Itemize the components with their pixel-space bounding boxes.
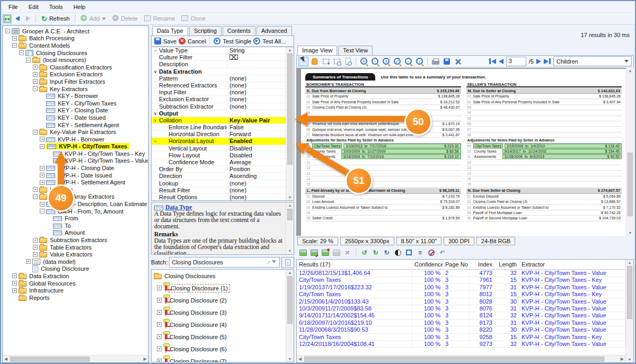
rotate-cw-icon[interactable]: ↻ [371, 248, 380, 257]
property-row-pattern[interactable]: Pattern(none) [152, 75, 286, 82]
tree-node-exclusion-extractors[interactable]: +Exclusion Extractors [3, 71, 148, 78]
property-row-result-options[interactable]: Result Options(none) [152, 194, 286, 201]
pan-icon[interactable] [310, 57, 320, 66]
property-value[interactable] [227, 54, 286, 60]
property-row-referenced-extractors[interactable]: Referenced Extractors(none) [152, 82, 286, 89]
tree-node-key-value-pair-extractors[interactable]: −Key-Value Pair Extractors [3, 128, 148, 136]
tree-node-key-borrower[interactable]: KEY - Borrower [3, 92, 148, 100]
expander-icon[interactable]: + [33, 72, 38, 77]
fit-page-icon[interactable]: ⤢ [392, 57, 402, 66]
results-grid-vscrollbar[interactable]: ▲ ▼ [625, 260, 633, 362]
property-row-horizontal-direction[interactable]: Horizontal DirectionForward [152, 131, 286, 138]
expander-icon[interactable]: + [26, 259, 31, 264]
batch-item-closing-disclosure-5[interactable]: +Closing Disclosure (5) [152, 331, 294, 343]
tree-node-kvp-h-closing-date[interactable]: +KVP-H - Closing Date [3, 164, 148, 172]
property-value[interactable]: (none) [227, 187, 286, 193]
batch-item-closing-disclosure-4[interactable]: +Closing Disclosure (4) [152, 318, 294, 331]
batch-open-button[interactable] [281, 257, 294, 268]
expander-icon[interactable]: − [12, 43, 17, 48]
fit-width-icon[interactable]: ↔ [403, 57, 413, 66]
expander-icon[interactable]: − [5, 29, 10, 33]
next-page-button[interactable] [536, 59, 541, 64]
delete-button[interactable]: Delete [110, 14, 140, 23]
property-row-direction[interactable]: DirectionAscending [152, 173, 286, 180]
property-row-vertical-layout[interactable]: Vertical LayoutDisabled [152, 145, 286, 152]
tree-node-table-extractors[interactable]: +Table Extractors [3, 244, 148, 251]
results-row[interactable]: 12/24/20118/16/2004$108.41100 %3927332KV… [297, 341, 625, 348]
property-value[interactable]: Ascending [227, 173, 286, 179]
menu-item-file[interactable]: File [3, 2, 23, 12]
zoom-zone-icon[interactable] [332, 57, 342, 66]
help-title-link[interactable]: Data Type [165, 204, 192, 210]
expander-icon[interactable]: − [33, 86, 38, 91]
rename-button[interactable]: Rename [142, 15, 178, 23]
tree-node-oa-h-from-to-amount[interactable]: −OA-H - From, To, Amount [3, 208, 148, 215]
test-all-button[interactable]: Test All... [253, 38, 286, 45]
property-value[interactable]: (none) [227, 180, 286, 187]
first-page-button[interactable] [489, 58, 496, 64]
property-row-exclusion-extractor[interactable]: Exclusion Extractor(none) [152, 96, 286, 103]
tab-image-view[interactable]: Image View [297, 46, 337, 55]
refresh-pages-icon[interactable]: ↻ [382, 248, 391, 257]
tree-node-grooper-a-c-e-architect[interactable]: −Grooper A.C.E. - Architect [3, 28, 148, 35]
expander-icon[interactable]: + [12, 273, 17, 278]
tree-node-data-extraction[interactable]: +Data Extraction [3, 272, 148, 280]
property-value[interactable]: (none) [227, 89, 286, 95]
tree-node-kvp-h-city-town-taxes-value[interactable]: KVP-H - City/Town Taxes - Value [3, 157, 148, 165]
batch-item-closing-disclosure-7[interactable]: +Closing Disclosure (7) [152, 355, 294, 362]
expander-icon[interactable]: + [12, 281, 17, 286]
property-row-order-by[interactable]: Order ByPosition [152, 166, 286, 173]
image-viewer[interactable]: Summaries of Transactions Use this table… [296, 68, 634, 236]
expander-icon[interactable]: + [40, 137, 45, 141]
undo-icon[interactable]: ↶ [438, 248, 447, 257]
thumbnails-icon[interactable]: ≡ [416, 248, 425, 257]
property-value[interactable]: String [227, 47, 286, 54]
property-row-enforce-line-boundaries[interactable]: Enforce Line BoundariesFalse [152, 124, 286, 131]
property-row-output[interactable]: ∨Output [152, 110, 286, 117]
page-number-input[interactable]: 3 [506, 57, 526, 66]
results-column-index[interactable]: Index [470, 260, 495, 269]
image-accept-icon[interactable] [298, 248, 307, 257]
expander-icon[interactable]: + [157, 310, 162, 315]
results-column-extractor[interactable]: Extractor [519, 260, 625, 269]
zoom-actual-icon[interactable]: 1 [381, 57, 391, 66]
image-edit-icon[interactable] [310, 248, 319, 257]
results-column-length[interactable]: Length [495, 260, 519, 269]
tree-node-to[interactable]: To [3, 222, 148, 229]
tree-node-reports[interactable]: Reports [3, 294, 148, 301]
property-row-confidence-mode[interactable]: Confidence ModeAverage [152, 159, 286, 166]
zoom-out-icon[interactable]: − [370, 57, 380, 66]
ink-removal-icon[interactable] [427, 248, 436, 257]
property-value[interactable] [227, 61, 286, 67]
expander-icon[interactable]: + [12, 288, 17, 293]
tree-node-input-filter-extractors[interactable]: +Input Filter Extractors [3, 78, 148, 85]
expander-icon[interactable]: ∨ [152, 110, 159, 117]
zoom-in-icon[interactable]: + [359, 57, 369, 66]
tree-node-subtraction-extractors[interactable]: +Subtraction Extractors [3, 236, 148, 244]
expander-icon[interactable]: + [33, 245, 38, 250]
tree-node-lexicons[interactable]: +Lexicons [3, 186, 148, 193]
tree-node-kvp-h-city-town-taxes-key[interactable]: KVP-H - City/Town Taxes - Key [3, 150, 148, 157]
property-row-subtraction-extractor[interactable]: Subtraction Extractor(none) [152, 103, 286, 110]
tree-horizontal-scrollbar[interactable]: ◀ ▶ [3, 355, 148, 362]
tab-scripting[interactable]: Scripting [189, 26, 222, 35]
image-disabled-icon[interactable] [332, 248, 341, 257]
expander-icon[interactable]: + [40, 202, 45, 207]
property-row-flow-layout[interactable]: Flow LayoutDisabled [152, 152, 286, 159]
viewer-scrollbar[interactable]: ▲ ▼ [626, 68, 634, 236]
tree-node-amount[interactable]: Amount [3, 229, 148, 237]
tab-advanced[interactable]: Advanced [257, 26, 292, 35]
previous-page-button[interactable] [499, 59, 504, 64]
property-row-description[interactable]: Description [152, 61, 286, 68]
results-row[interactable]: 10/3/200911/27/2009$83.58100 %3807631KVP… [297, 305, 625, 312]
tree-node-data-model[interactable]: +(data model) [3, 258, 148, 265]
property-row-value-type[interactable]: >Value TypeString [152, 47, 286, 54]
property-value[interactable]: Disabled [227, 145, 286, 152]
expander-icon[interactable]: + [33, 238, 38, 243]
tree-node-value-extractors[interactable]: +Value Extractors [3, 251, 148, 258]
cancel-button[interactable]: Cancel [179, 38, 206, 45]
tree-node-key-extractors[interactable]: −Key Extractors [3, 85, 148, 93]
expander-icon[interactable]: > [152, 138, 159, 144]
menu-item-tools[interactable]: Tools [44, 2, 68, 12]
results-row[interactable]: 6/18/20097/10/2016$219.10100 %3817331KVP… [297, 319, 625, 326]
